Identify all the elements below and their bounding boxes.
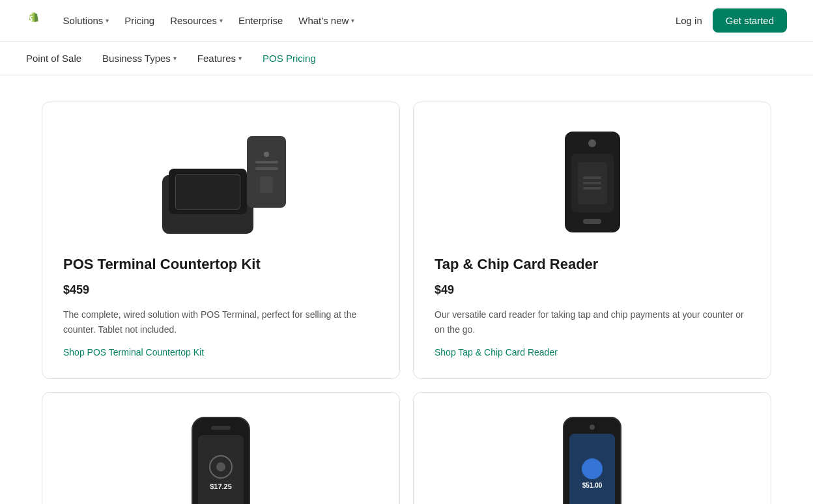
whats-new-chevron-icon: ▾ — [351, 17, 354, 24]
chip-reader-title: Tap & Chip Card Reader — [435, 256, 750, 273]
pos-terminal-card: POS Terminal Countertop Kit $459 The com… — [42, 102, 400, 379]
chip-reader-description: Our versatile card reader for taking tap… — [435, 307, 750, 337]
subnav-pos-pricing[interactable]: POS Pricing — [263, 53, 316, 64]
iphone-price-display: $17.25 — [210, 483, 232, 490]
pos-terminal-price: $459 — [63, 283, 378, 297]
get-started-button[interactable]: Get started — [713, 8, 787, 33]
chip-reader-price: $49 — [435, 283, 750, 297]
solutions-chevron-icon: ▾ — [106, 17, 109, 24]
sub-navigation: Point of Sale Business Types ▾ Features … — [0, 42, 813, 76]
android-illustration: $51.00 — [563, 417, 621, 504]
main-content: POS Terminal Countertop Kit $459 The com… — [16, 76, 797, 504]
tap-iphone-card: $17.25 Tap to Pay on iPhone Free Accept … — [42, 392, 400, 504]
hardware-cards-grid: POS Terminal Countertop Kit $459 The com… — [42, 102, 771, 504]
pos-terminal-description: The complete, wired solution with POS Te… — [63, 307, 378, 337]
shopify-logo[interactable] — [26, 12, 42, 30]
chip-reader-illustration — [565, 132, 620, 232]
iphone-notch — [211, 426, 231, 430]
android-camera — [590, 425, 595, 430]
nav-right: Log in Get started — [676, 8, 787, 33]
subnav-features[interactable]: Features ▾ — [197, 53, 242, 64]
tap-iphone-image: $17.25 — [63, 413, 378, 504]
pos-terminal-image — [63, 123, 378, 240]
nav-solutions[interactable]: Solutions ▾ — [63, 15, 109, 26]
tap-android-image: $51.00 — [435, 413, 750, 504]
pos-terminal-title: POS Terminal Countertop Kit — [63, 256, 378, 273]
iphone-screen: $17.25 — [198, 435, 244, 504]
iphone-illustration: $17.25 — [192, 417, 250, 504]
top-navigation: Solutions ▾ Pricing Resources ▾ Enterpri… — [0, 0, 813, 42]
subnav-point-of-sale[interactable]: Point of Sale — [26, 53, 81, 64]
business-types-chevron-icon: ▾ — [173, 55, 177, 62]
chip-reader-image — [435, 123, 750, 240]
subnav-business-types[interactable]: Business Types ▾ — [102, 53, 177, 64]
nav-resources[interactable]: Resources ▾ — [170, 15, 223, 26]
nav-pricing[interactable]: Pricing — [124, 15, 154, 26]
android-nfc-circle — [582, 458, 603, 479]
features-chevron-icon: ▾ — [238, 55, 242, 62]
nav-left: Solutions ▾ Pricing Resources ▾ Enterpri… — [26, 12, 354, 30]
pos-terminal-link[interactable]: Shop POS Terminal Countertop Kit — [63, 347, 378, 357]
chip-reader-card: Tap & Chip Card Reader $49 Our versatile… — [413, 102, 771, 379]
resources-chevron-icon: ▾ — [220, 17, 223, 24]
pos-terminal-illustration — [156, 130, 286, 234]
android-screen: $51.00 — [569, 434, 615, 504]
tap-android-card: $51.00 Tap to Pay on Android Free Accept… — [413, 392, 771, 504]
android-price-display: $51.00 — [582, 482, 603, 489]
chip-reader-link[interactable]: Shop Tap & Chip Card Reader — [435, 347, 750, 357]
log-in-link[interactable]: Log in — [676, 15, 702, 26]
nav-whats-new[interactable]: What's new ▾ — [298, 15, 354, 26]
nav-enterprise[interactable]: Enterprise — [238, 15, 283, 26]
nav-links: Solutions ▾ Pricing Resources ▾ Enterpri… — [63, 15, 355, 26]
